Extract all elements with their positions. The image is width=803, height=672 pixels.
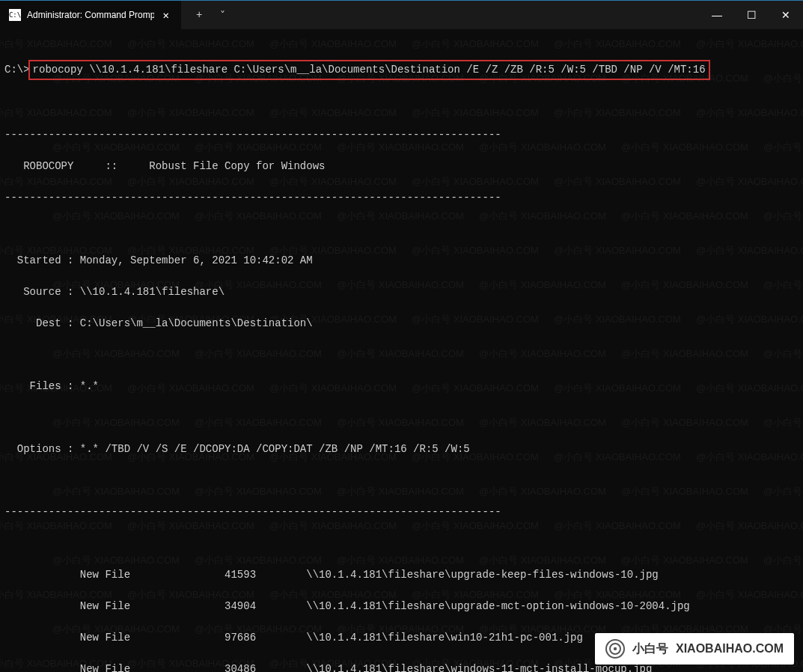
divider: ----------------------------------------… bbox=[4, 127, 799, 143]
cmd-icon: C:\ bbox=[9, 9, 21, 21]
branding-cn: 小白号 bbox=[632, 641, 668, 657]
prompt: C:\> bbox=[4, 64, 30, 76]
info-options: Options : *.* /TBD /V /S /E /DCOPY:DA /C… bbox=[4, 442, 799, 457]
info-dest: Dest : C:\Users\m__la\Documents\Destinat… bbox=[4, 316, 799, 332]
tab-dropdown-button[interactable]: ˅ bbox=[213, 4, 233, 26]
minimize-button[interactable]: — bbox=[700, 1, 734, 29]
tab-title: Administrator: Command Promp bbox=[27, 10, 154, 20]
tab-controls: + ˅ bbox=[181, 4, 233, 26]
maximize-button[interactable]: ☐ bbox=[734, 1, 769, 29]
new-tab-button[interactable]: + bbox=[189, 4, 210, 25]
info-files: Files : *.* bbox=[4, 379, 799, 394]
broadcast-icon bbox=[605, 639, 625, 659]
terminal-output[interactable]: C:\>robocopy \\10.1.4.181\fileshare C:\U… bbox=[0, 29, 803, 672]
divider: ----------------------------------------… bbox=[4, 504, 799, 520]
titlebar: C:\ Administrator: Command Promp ✕ + ˅ —… bbox=[0, 0, 803, 29]
close-button[interactable]: ✕ bbox=[769, 1, 803, 29]
divider: ----------------------------------------… bbox=[4, 190, 799, 206]
info-started: Started : Monday, September 6, 2021 10:4… bbox=[4, 253, 799, 269]
window-controls: — ☐ ✕ bbox=[700, 1, 803, 29]
robocopy-header: ROBOCOPY :: Robust File Copy for Windows bbox=[4, 159, 799, 174]
file-line: New File 34904 \\10.1.4.181\fileshare\up… bbox=[4, 599, 799, 614]
info-source: Source : \\10.1.4.181\fileshare\ bbox=[4, 284, 799, 300]
tab-cmd[interactable]: C:\ Administrator: Command Promp ✕ bbox=[0, 1, 181, 29]
branding-en: XIAOBAIHAO.COM bbox=[676, 642, 784, 656]
tab-close-button[interactable]: ✕ bbox=[160, 9, 172, 22]
command-highlight: robocopy \\10.1.4.181\fileshare C:\Users… bbox=[28, 60, 710, 80]
file-line: New File 41593 \\10.1.4.181\fileshare\up… bbox=[4, 567, 799, 583]
branding-logo: 小白号 XIAOBAIHAO.COM bbox=[595, 633, 794, 665]
